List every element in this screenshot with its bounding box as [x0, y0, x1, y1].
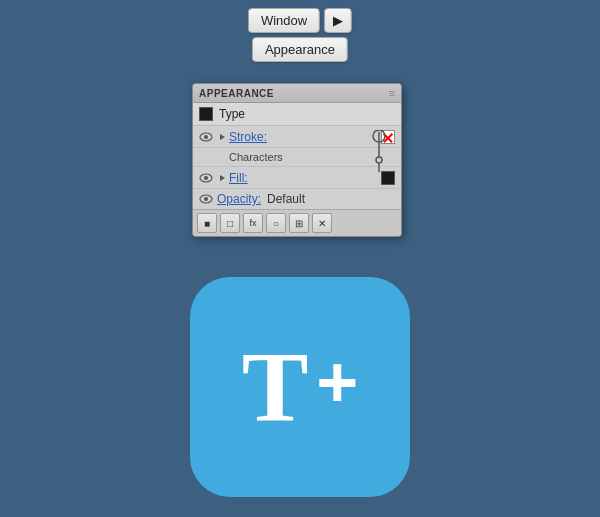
panel-tool-fill[interactable]: ■	[197, 213, 217, 233]
panel-tool-duplicate[interactable]: ⊞	[289, 213, 309, 233]
svg-point-10	[204, 197, 208, 201]
arrow-button[interactable]: ▶	[324, 8, 352, 33]
toolbar-row-2: Appearance	[252, 37, 348, 62]
appearance-button[interactable]: Appearance	[252, 37, 348, 62]
characters-row: Characters	[193, 148, 401, 166]
stroke-label[interactable]: Stroke:	[229, 130, 381, 144]
stroke-target-indicator	[367, 130, 391, 174]
panel-tool-delete[interactable]: ✕	[312, 213, 332, 233]
fill-expand-icon[interactable]	[217, 173, 227, 183]
panel-tool-clear[interactable]: ○	[266, 213, 286, 233]
panel-tool-fx[interactable]: fx	[243, 213, 263, 233]
svg-marker-8	[220, 175, 225, 181]
icon-letter-t: T	[242, 337, 309, 437]
toolbar-row-1: Window ▶	[248, 8, 352, 33]
opacity-value: Default	[267, 192, 305, 206]
panel-bottom-toolbar: ■ □ fx ○ ⊞ ✕	[193, 209, 401, 236]
panel-row-type: Type	[193, 103, 401, 126]
window-button[interactable]: Window	[248, 8, 320, 33]
icon-plus: +	[316, 346, 358, 418]
type-swatch	[199, 107, 213, 121]
panel-title: APPEARANCE	[199, 88, 274, 99]
svg-marker-2	[220, 134, 225, 140]
panel-row-opacity[interactable]: Opacity: Default	[193, 189, 401, 209]
opacity-label[interactable]: Opacity:	[217, 192, 261, 206]
panel-tool-stroke[interactable]: □	[220, 213, 240, 233]
panel-drag-handle: ≡	[389, 87, 395, 99]
fill-visibility-icon[interactable]	[199, 171, 213, 185]
app-icon: T +	[190, 277, 410, 497]
opacity-visibility-icon[interactable]	[199, 192, 213, 206]
characters-label: Characters	[229, 151, 283, 163]
characters-section: Characters	[193, 148, 401, 167]
appearance-panel: APPEARANCE ≡ Type Stroke: Characters	[192, 83, 402, 237]
top-toolbar: Window ▶ Appearance	[248, 8, 352, 62]
panel-titlebar[interactable]: APPEARANCE ≡	[193, 84, 401, 103]
stroke-expand-icon[interactable]	[217, 132, 227, 142]
stroke-visibility-icon[interactable]	[199, 130, 213, 144]
fill-label[interactable]: Fill:	[229, 171, 377, 185]
icon-content: T +	[242, 337, 359, 437]
svg-point-5	[376, 157, 382, 163]
svg-point-1	[204, 135, 208, 139]
type-label: Type	[219, 107, 245, 121]
svg-point-7	[204, 176, 208, 180]
